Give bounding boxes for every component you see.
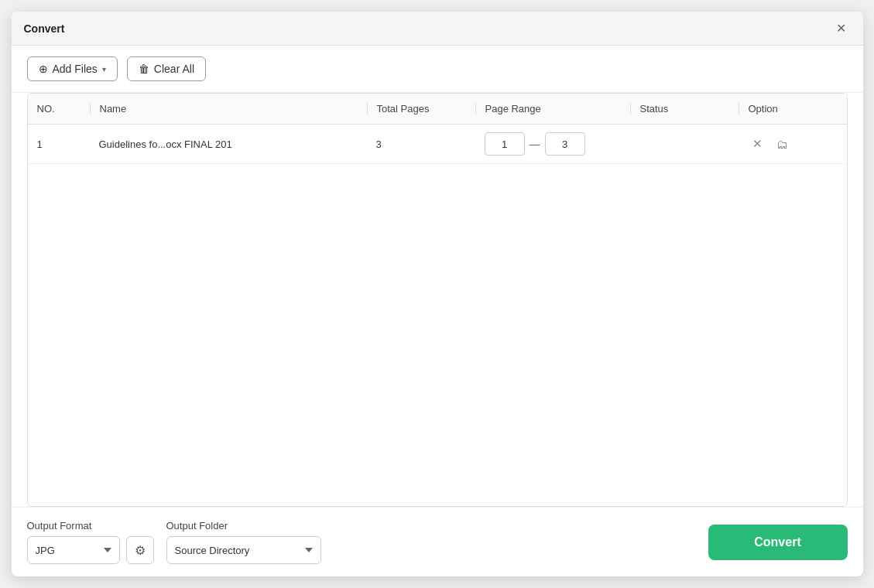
page-range-start-input[interactable] <box>485 132 525 156</box>
add-files-label: Add Files <box>53 63 98 75</box>
total-pages-value: 3 <box>376 138 382 150</box>
folder-icon: 🗂 <box>776 138 788 151</box>
delete-row-icon: ✕ <box>752 137 763 150</box>
page-range-inputs: — <box>485 132 585 156</box>
col-header-total-pages: Total Pages <box>367 103 475 115</box>
col-header-status: Status <box>630 103 739 115</box>
convert-button[interactable]: Convert <box>708 525 848 560</box>
file-table: NO. Name Total Pages Page Range Status O… <box>27 93 848 507</box>
table-body: 1 Guidelines fo...ocx FINAL 201 3 — <box>28 125 847 506</box>
page-range-end-input[interactable] <box>545 132 585 156</box>
cell-option: ✕ 🗂 <box>739 134 847 154</box>
clear-all-button[interactable]: 🗑 Clear All <box>127 56 206 81</box>
title-bar: Convert ✕ <box>12 12 863 46</box>
col-header-page-range: Page Range <box>475 103 630 115</box>
col-header-no: NO. <box>28 103 90 115</box>
row-number: 1 <box>37 138 43 150</box>
output-format-controls: JPG PNG BMP TIFF ⚙ <box>27 536 154 564</box>
add-files-dropdown-arrow: ▾ <box>102 65 106 74</box>
output-format-group: Output Format JPG PNG BMP TIFF ⚙ <box>27 520 154 564</box>
output-folder-group: Output Folder Source Directory Custom Fo… <box>166 520 321 564</box>
trash-icon: 🗑 <box>139 63 149 75</box>
plus-icon: ⊕ <box>39 63 48 75</box>
table-header: NO. Name Total Pages Page Range Status O… <box>28 94 847 125</box>
cell-name: Guidelines fo...ocx FINAL 201 <box>90 138 367 150</box>
open-folder-button[interactable]: 🗂 <box>772 135 793 154</box>
window-title: Convert <box>24 22 65 35</box>
output-folder-label: Output Folder <box>166 520 321 532</box>
output-folder-select[interactable]: Source Directory Custom Folder <box>166 536 321 564</box>
footer: Output Format JPG PNG BMP TIFF ⚙ Output … <box>12 507 863 576</box>
toolbar: ⊕ Add Files ▾ 🗑 Clear All <box>12 46 863 93</box>
close-button[interactable]: ✕ <box>831 19 851 37</box>
table-row: 1 Guidelines fo...ocx FINAL 201 3 — <box>28 125 847 164</box>
cell-total-pages: 3 <box>367 138 475 150</box>
close-icon: ✕ <box>836 22 846 35</box>
format-settings-button[interactable]: ⚙ <box>126 536 154 564</box>
cell-page-range: — <box>475 132 630 156</box>
delete-row-button[interactable]: ✕ <box>748 134 767 154</box>
col-header-name: Name <box>90 103 367 115</box>
page-range-dash: — <box>530 138 540 150</box>
add-files-button[interactable]: ⊕ Add Files ▾ <box>27 56 118 81</box>
cell-no: 1 <box>28 138 90 150</box>
file-name: Guidelines fo...ocx FINAL 201 <box>99 138 232 150</box>
main-window: Convert ✕ ⊕ Add Files ▾ 🗑 Clear All NO. … <box>12 12 863 576</box>
output-format-select[interactable]: JPG PNG BMP TIFF <box>27 536 120 564</box>
output-folder-controls: Source Directory Custom Folder <box>166 536 321 564</box>
output-format-label: Output Format <box>27 520 154 532</box>
col-header-option: Option <box>739 103 847 115</box>
clear-all-label: Clear All <box>154 63 194 75</box>
settings-icon: ⚙ <box>135 543 146 558</box>
